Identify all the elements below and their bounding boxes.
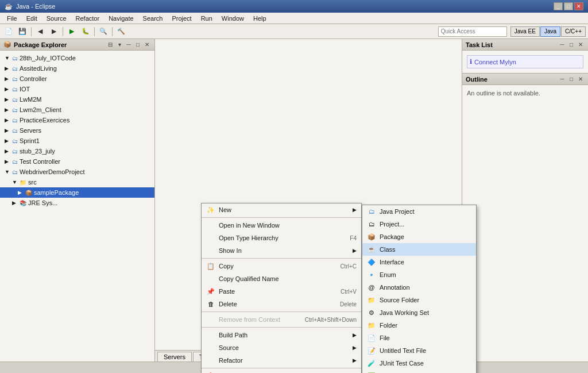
maximize-button[interactable]: □: [564, 2, 573, 10]
tab-servers[interactable]: Servers: [157, 352, 192, 362]
tree-item-src[interactable]: ▼📁 src: [0, 177, 154, 187]
new-interface[interactable]: 🔷 Interface: [362, 256, 476, 268]
new-working-set[interactable]: ⚙ Java Working Set: [362, 306, 476, 319]
title-bar: ☕ Java - Eclipse _ □ ✕: [0, 0, 588, 13]
new-file[interactable]: 📄 File: [362, 332, 476, 344]
package-explorer-icon: 📦: [3, 41, 11, 48]
panel-min-button[interactable]: ─: [125, 41, 133, 49]
task-list-content: ℹ Connect Mylyn: [462, 51, 588, 73]
panel-max-button[interactable]: □: [134, 41, 142, 49]
ctx-import[interactable]: 📥 Import...: [202, 370, 361, 373]
ctx-build-path[interactable]: Build Path ▶: [202, 329, 361, 341]
toolbar-back[interactable]: ◀: [34, 26, 47, 37]
tree-item-servers[interactable]: ▶🗂 Servers: [0, 125, 154, 136]
ctx-open-type-hierarchy[interactable]: Open Type Hierarchy F4: [202, 232, 361, 244]
ctx-source[interactable]: Source ▶: [202, 341, 361, 354]
toolbar-save[interactable]: 💾: [16, 26, 29, 37]
new-task[interactable]: ✅ Task: [362, 370, 476, 373]
new-package[interactable]: 📦 Package: [362, 230, 476, 243]
new-untitled-text[interactable]: 📝 Untitled Text File: [362, 344, 476, 357]
tree-item-sprint1[interactable]: ▶🗂 Sprint1: [0, 136, 154, 146]
new-source-folder[interactable]: 📁 Source Folder: [362, 294, 476, 306]
new-java-project[interactable]: 🗂 Java Project: [362, 205, 476, 218]
type-hierarchy-icon: [206, 233, 215, 243]
menu-help[interactable]: Help: [249, 14, 271, 23]
tree-item-jre[interactable]: ▶📚 JRE Sys...: [0, 198, 154, 208]
tree-item-webdriver[interactable]: ▼🗂 WebdriverDemoProject: [0, 167, 154, 177]
tree-item-testcontroller[interactable]: ▶🗂 Test Controller: [0, 156, 154, 167]
ctx-copy-qualified[interactable]: Copy Qualified Name: [202, 272, 361, 285]
menu-project[interactable]: Project: [167, 14, 196, 23]
tree-item-samplepackage[interactable]: ▶📦 samplePackage: [0, 187, 154, 198]
app-icon: ☕: [5, 3, 13, 10]
perspective-cpp[interactable]: C/C++: [561, 26, 586, 37]
panel-close-button[interactable]: ✕: [143, 41, 151, 49]
perspective-javaee[interactable]: Java EE: [510, 26, 540, 37]
tree-item-stub[interactable]: ▶🗂 stub_23_july: [0, 146, 154, 156]
ctx-paste[interactable]: 📌 Paste Ctrl+V: [202, 285, 361, 298]
ctx-delete[interactable]: 🗑 Delete Delete: [202, 298, 361, 310]
source-icon: [206, 343, 215, 352]
toolbar-search[interactable]: 🔍: [97, 26, 110, 37]
toolbar-separator-2: [63, 27, 63, 36]
outline-close[interactable]: ✕: [577, 75, 585, 83]
tree-item-controller[interactable]: ▶🗂 Controller: [0, 74, 154, 84]
new-junit-test[interactable]: 🧪 JUnit Test Case: [362, 357, 476, 370]
ctx-copy[interactable]: 📋 Copy Ctrl+C: [202, 260, 361, 272]
tree-item-lwm2m-client[interactable]: ▶🗂 Lwm2m_Client: [0, 105, 154, 115]
new-annotation[interactable]: @ Annotation: [362, 281, 476, 294]
window-controls: _ □ ✕: [554, 2, 583, 10]
new-icon: ✨: [206, 205, 215, 214]
toolbar-debug[interactable]: 🐛: [79, 26, 92, 37]
perspective-java[interactable]: Java: [540, 26, 560, 37]
outline-icons: ─ □ ✕: [558, 75, 585, 83]
new-class[interactable]: ☕ Class: [362, 243, 476, 256]
quick-access-input[interactable]: [438, 26, 507, 37]
connect-mylyn-link[interactable]: ℹ Connect Mylyn: [467, 55, 583, 68]
menu-search[interactable]: Search: [138, 14, 168, 23]
menu-window[interactable]: Window: [217, 14, 249, 23]
tree-item-28thjuly[interactable]: ▼🗂 28th_July_IOTCode: [0, 53, 154, 63]
tree-item-assited[interactable]: ▶🗂 AssitedLiving: [0, 63, 154, 74]
collapse-all-button[interactable]: ⊟: [106, 41, 114, 49]
menu-file[interactable]: File: [2, 14, 22, 23]
outline-max[interactable]: □: [567, 75, 575, 83]
toolbar-separator-3: [94, 27, 95, 36]
toolbar-build[interactable]: 🔨: [115, 26, 127, 37]
ctx-show-in[interactable]: Show In ▶: [202, 244, 361, 257]
close-button[interactable]: ✕: [574, 2, 583, 10]
new-enum[interactable]: 🔹 Enum: [362, 268, 476, 281]
panel-menu-button[interactable]: ▾: [115, 41, 123, 49]
new-source-folder-icon: 📁: [367, 295, 376, 305]
new-project[interactable]: 🗂 Project...: [362, 218, 476, 230]
toolbar-new[interactable]: 📄: [2, 26, 15, 37]
toolbar-separator-1: [31, 27, 32, 36]
ctx-sep-4: [202, 327, 361, 328]
menu-navigate[interactable]: Navigate: [104, 14, 138, 23]
ctx-refactor[interactable]: Refactor ▶: [202, 354, 361, 367]
tree-item-iot[interactable]: ▶🗂 IOT: [0, 84, 154, 94]
menu-edit[interactable]: Edit: [22, 14, 42, 23]
menu-source[interactable]: Source: [42, 14, 71, 23]
menu-refactor[interactable]: Refactor: [71, 14, 105, 23]
task-list-min[interactable]: ─: [558, 41, 566, 49]
task-list-max[interactable]: □: [567, 41, 575, 49]
ctx-open-new-window[interactable]: Open in New Window: [202, 219, 361, 232]
ctx-sep-5: [202, 368, 361, 368]
package-explorer-tree: ▼🗂 28th_July_IOTCode ▶🗂 AssitedLiving ▶🗂…: [0, 51, 154, 362]
toolbar-forward[interactable]: ▶: [48, 26, 60, 37]
tree-item-practice[interactable]: ▶🗂 PracticeExercices: [0, 115, 154, 125]
new-folder[interactable]: 📁 Folder: [362, 319, 476, 332]
tree-item-lwm2m[interactable]: ▶🗂 LwM2M: [0, 94, 154, 105]
outline-min[interactable]: ─: [558, 75, 566, 83]
show-in-icon: [206, 246, 215, 255]
toolbar-run[interactable]: ▶: [65, 26, 78, 37]
package-explorer-panel: 📦 Package Explorer ⊟ ▾ ─ □ ✕ ▼🗂 28th_Jul…: [0, 39, 155, 362]
new-enum-icon: 🔹: [367, 270, 376, 279]
minimize-button[interactable]: _: [554, 2, 563, 10]
task-list-close[interactable]: ✕: [577, 41, 585, 49]
new-submenu: 🗂 Java Project 🗂 Project... 📦 Package ☕: [362, 205, 477, 373]
menu-run[interactable]: Run: [196, 14, 217, 23]
copy-icon: 📋: [206, 262, 215, 271]
ctx-new[interactable]: ✨ New ▶: [202, 203, 361, 216]
